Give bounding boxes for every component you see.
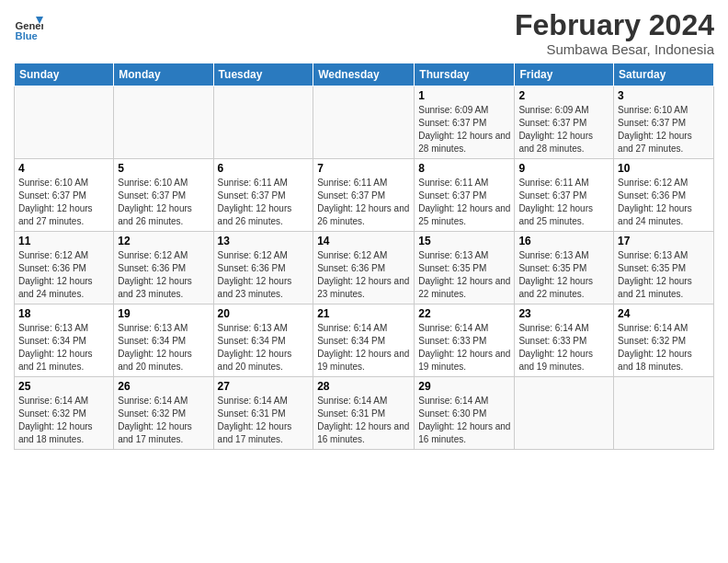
calendar-week-row: 18Sunrise: 6:13 AM Sunset: 6:34 PM Dayli…: [15, 304, 714, 377]
table-row: 28Sunrise: 6:14 AM Sunset: 6:31 PM Dayli…: [313, 377, 415, 450]
table-row: 22Sunrise: 6:14 AM Sunset: 6:33 PM Dayli…: [415, 304, 515, 377]
day-info: Sunrise: 6:14 AM Sunset: 6:33 PM Dayligh…: [518, 322, 609, 373]
day-number: 19: [118, 307, 209, 320]
table-row: [114, 86, 213, 159]
day-info: Sunrise: 6:11 AM Sunset: 6:37 PM Dayligh…: [418, 177, 510, 228]
day-info: Sunrise: 6:12 AM Sunset: 6:36 PM Dayligh…: [18, 249, 109, 301]
col-wednesday: Wednesday: [313, 63, 415, 86]
day-number: 15: [418, 235, 510, 247]
day-number: 16: [518, 235, 609, 247]
table-row: 5Sunrise: 6:10 AM Sunset: 6:37 PM Daylig…: [114, 159, 213, 232]
table-row: 4Sunrise: 6:10 AM Sunset: 6:37 PM Daylig…: [15, 159, 114, 232]
table-row: 6Sunrise: 6:11 AM Sunset: 6:37 PM Daylig…: [213, 159, 313, 232]
day-info: Sunrise: 6:10 AM Sunset: 6:37 PM Dayligh…: [18, 177, 109, 228]
col-tuesday: Tuesday: [213, 63, 313, 86]
day-number: 11: [18, 235, 109, 247]
table-row: 9Sunrise: 6:11 AM Sunset: 6:37 PM Daylig…: [515, 159, 614, 232]
day-number: 26: [118, 380, 209, 393]
calendar-table: Sunday Monday Tuesday Wednesday Thursday…: [14, 63, 714, 450]
location-subtitle: Sumbawa Besar, Indonesia: [515, 41, 714, 57]
calendar-week-row: 1Sunrise: 6:09 AM Sunset: 6:37 PM Daylig…: [15, 86, 714, 159]
day-info: Sunrise: 6:10 AM Sunset: 6:37 PM Dayligh…: [118, 177, 209, 228]
table-row: 14Sunrise: 6:12 AM Sunset: 6:36 PM Dayli…: [313, 232, 415, 304]
table-row: [15, 86, 114, 159]
day-info: Sunrise: 6:13 AM Sunset: 6:35 PM Dayligh…: [518, 249, 609, 301]
day-info: Sunrise: 6:13 AM Sunset: 6:35 PM Dayligh…: [418, 249, 510, 301]
col-saturday: Saturday: [614, 63, 714, 86]
day-number: 25: [18, 380, 109, 393]
day-info: Sunrise: 6:13 AM Sunset: 6:34 PM Dayligh…: [18, 322, 109, 373]
table-row: 27Sunrise: 6:14 AM Sunset: 6:31 PM Dayli…: [213, 377, 313, 450]
day-number: 20: [218, 307, 310, 320]
table-row: [614, 377, 714, 450]
day-info: Sunrise: 6:11 AM Sunset: 6:37 PM Dayligh…: [518, 177, 609, 228]
day-info: Sunrise: 6:09 AM Sunset: 6:37 PM Dayligh…: [518, 104, 609, 155]
table-row: 18Sunrise: 6:13 AM Sunset: 6:34 PM Dayli…: [15, 304, 114, 377]
day-info: Sunrise: 6:12 AM Sunset: 6:36 PM Dayligh…: [218, 249, 310, 301]
day-info: Sunrise: 6:12 AM Sunset: 6:36 PM Dayligh…: [118, 249, 209, 301]
table-row: 3Sunrise: 6:10 AM Sunset: 6:37 PM Daylig…: [614, 86, 714, 159]
day-info: Sunrise: 6:10 AM Sunset: 6:37 PM Dayligh…: [618, 104, 710, 155]
table-row: 1Sunrise: 6:09 AM Sunset: 6:37 PM Daylig…: [415, 86, 515, 159]
day-number: 12: [118, 235, 209, 247]
calendar-week-row: 11Sunrise: 6:12 AM Sunset: 6:36 PM Dayli…: [15, 232, 714, 304]
calendar-week-row: 4Sunrise: 6:10 AM Sunset: 6:37 PM Daylig…: [15, 159, 714, 232]
day-number: 18: [18, 307, 109, 320]
month-year-title: February 2024: [515, 9, 714, 41]
day-info: Sunrise: 6:13 AM Sunset: 6:34 PM Dayligh…: [118, 322, 209, 373]
col-thursday: Thursday: [415, 63, 515, 86]
day-number: 22: [418, 307, 510, 320]
logo-icon: General Blue: [14, 13, 43, 42]
day-info: Sunrise: 6:14 AM Sunset: 6:31 PM Dayligh…: [317, 395, 410, 446]
table-row: 2Sunrise: 6:09 AM Sunset: 6:37 PM Daylig…: [515, 86, 614, 159]
day-info: Sunrise: 6:13 AM Sunset: 6:34 PM Dayligh…: [218, 322, 310, 373]
table-row: 12Sunrise: 6:12 AM Sunset: 6:36 PM Dayli…: [114, 232, 213, 304]
day-info: Sunrise: 6:13 AM Sunset: 6:35 PM Dayligh…: [618, 249, 710, 301]
table-row: 24Sunrise: 6:14 AM Sunset: 6:32 PM Dayli…: [614, 304, 714, 377]
header: General Blue February 2024 Sumbawa Besar…: [14, 9, 714, 57]
table-row: [213, 86, 313, 159]
table-row: 11Sunrise: 6:12 AM Sunset: 6:36 PM Dayli…: [15, 232, 114, 304]
day-info: Sunrise: 6:12 AM Sunset: 6:36 PM Dayligh…: [317, 249, 410, 301]
day-number: 8: [418, 162, 510, 175]
col-friday: Friday: [515, 63, 614, 86]
day-number: 23: [518, 307, 609, 320]
logo: General Blue: [14, 13, 45, 42]
day-number: 13: [218, 235, 310, 247]
table-row: 26Sunrise: 6:14 AM Sunset: 6:32 PM Dayli…: [114, 377, 213, 450]
title-block: February 2024 Sumbawa Besar, Indonesia: [515, 9, 714, 57]
table-row: [515, 377, 614, 450]
day-info: Sunrise: 6:14 AM Sunset: 6:32 PM Dayligh…: [618, 322, 710, 373]
day-number: 9: [518, 162, 609, 175]
day-info: Sunrise: 6:14 AM Sunset: 6:30 PM Dayligh…: [418, 395, 510, 446]
day-number: 27: [218, 380, 310, 393]
day-number: 17: [618, 235, 710, 247]
day-number: 1: [418, 89, 510, 102]
day-number: 21: [317, 307, 410, 320]
col-sunday: Sunday: [15, 63, 114, 86]
day-info: Sunrise: 6:09 AM Sunset: 6:37 PM Dayligh…: [418, 104, 510, 155]
table-row: 13Sunrise: 6:12 AM Sunset: 6:36 PM Dayli…: [213, 232, 313, 304]
day-number: 4: [18, 162, 109, 175]
table-row: 19Sunrise: 6:13 AM Sunset: 6:34 PM Dayli…: [114, 304, 213, 377]
calendar-week-row: 25Sunrise: 6:14 AM Sunset: 6:32 PM Dayli…: [15, 377, 714, 450]
day-info: Sunrise: 6:11 AM Sunset: 6:37 PM Dayligh…: [218, 177, 310, 228]
day-number: 29: [418, 380, 510, 393]
day-info: Sunrise: 6:14 AM Sunset: 6:33 PM Dayligh…: [418, 322, 510, 373]
calendar-header-row: Sunday Monday Tuesday Wednesday Thursday…: [15, 63, 714, 86]
table-row: 20Sunrise: 6:13 AM Sunset: 6:34 PM Dayli…: [213, 304, 313, 377]
table-row: 17Sunrise: 6:13 AM Sunset: 6:35 PM Dayli…: [614, 232, 714, 304]
day-info: Sunrise: 6:14 AM Sunset: 6:32 PM Dayligh…: [18, 395, 109, 446]
svg-text:Blue: Blue: [16, 30, 38, 41]
day-number: 28: [317, 380, 410, 393]
col-monday: Monday: [114, 63, 213, 86]
table-row: 25Sunrise: 6:14 AM Sunset: 6:32 PM Dayli…: [15, 377, 114, 450]
table-row: 8Sunrise: 6:11 AM Sunset: 6:37 PM Daylig…: [415, 159, 515, 232]
table-row: 23Sunrise: 6:14 AM Sunset: 6:33 PM Dayli…: [515, 304, 614, 377]
day-number: 5: [118, 162, 209, 175]
page: General Blue February 2024 Sumbawa Besar…: [0, 0, 728, 563]
day-info: Sunrise: 6:11 AM Sunset: 6:37 PM Dayligh…: [317, 177, 410, 228]
day-info: Sunrise: 6:14 AM Sunset: 6:32 PM Dayligh…: [118, 395, 209, 446]
day-number: 14: [317, 235, 410, 247]
day-info: Sunrise: 6:12 AM Sunset: 6:36 PM Dayligh…: [618, 177, 710, 228]
